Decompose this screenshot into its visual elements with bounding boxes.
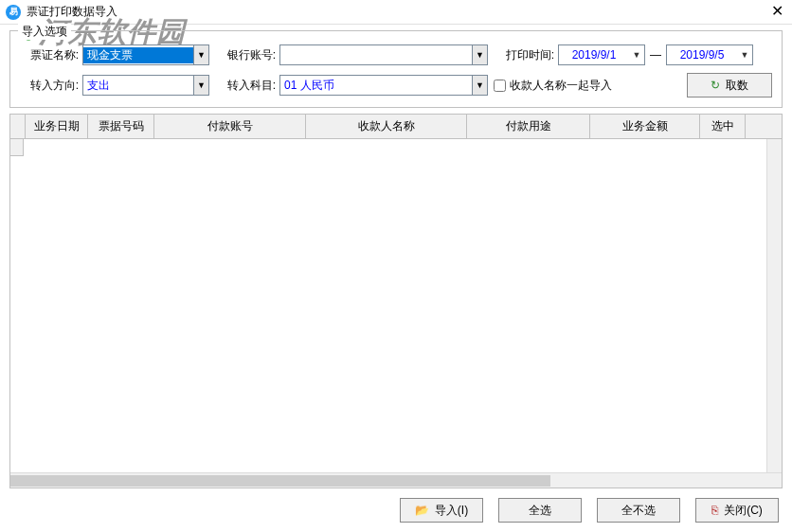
folder-open-icon: 📂 xyxy=(415,504,429,517)
vertical-scrollbar[interactable] xyxy=(766,139,782,472)
header-scroll-gap xyxy=(746,115,782,139)
close-icon[interactable]: ✕ xyxy=(767,2,786,20)
import-options-group: 导入选项 票证名称: 现金支票 ▼ 银行账号: ▼ 打印时间: 2019/9/1… xyxy=(9,30,783,108)
close-button-label: 关闭(C) xyxy=(724,503,763,519)
app-icon: 易 xyxy=(6,5,21,20)
col-header-payee[interactable]: 收款人名称 xyxy=(306,115,467,139)
select-all-label: 全选 xyxy=(529,503,551,519)
window-title: 票证打印数据导入 xyxy=(27,4,117,20)
date-to-value: 2019/9/5 xyxy=(667,48,737,62)
data-table: 业务日期 票据号码 付款账号 收款人名称 付款用途 业务金额 选中 xyxy=(9,114,783,488)
col-header-amount[interactable]: 业务金额 xyxy=(590,115,700,139)
scroll-thumb[interactable] xyxy=(10,475,550,487)
col-header-selected[interactable]: 选中 xyxy=(700,115,746,139)
horizontal-scrollbar[interactable] xyxy=(10,472,782,488)
import-payee-check-label: 收款人名称一起导入 xyxy=(510,78,612,94)
table-header: 业务日期 票据号码 付款账号 收款人名称 付款用途 业务金额 选中 xyxy=(10,115,782,139)
subject-value: 01 人民币 xyxy=(280,78,472,94)
direction-label: 转入方向: xyxy=(20,78,79,94)
import-button-label: 导入(I) xyxy=(435,503,468,519)
col-header-date[interactable]: 业务日期 xyxy=(26,115,88,139)
select-none-button[interactable]: 全不选 xyxy=(597,498,680,523)
bank-acct-label: 银行账号: xyxy=(217,47,276,63)
col-header-bill-no[interactable]: 票据号码 xyxy=(88,115,154,139)
cert-name-combo[interactable]: 现金支票 ▼ xyxy=(82,44,209,65)
titlebar: 易 票证打印数据导入 ✕ xyxy=(0,0,792,25)
bank-acct-combo[interactable]: ▼ xyxy=(279,44,488,65)
date-to-input[interactable]: 2019/9/5 ▼ xyxy=(666,44,753,65)
cert-name-value: 现金支票 xyxy=(83,47,193,63)
subject-label: 转入科目: xyxy=(217,78,276,94)
date-from-value: 2019/9/1 xyxy=(559,48,629,62)
footer-buttons: 📂 导入(I) 全选 全不选 ⎘ 关闭(C) xyxy=(9,490,783,523)
col-header-purpose[interactable]: 付款用途 xyxy=(467,115,590,139)
date-from-input[interactable]: 2019/9/1 ▼ xyxy=(558,44,645,65)
import-payee-checkbox[interactable]: 收款人名称一起导入 xyxy=(494,78,612,94)
fetch-button[interactable]: ↻ 取数 xyxy=(687,73,772,98)
subject-combo[interactable]: 01 人民币 ▼ xyxy=(279,75,488,96)
date-separator: — xyxy=(650,48,661,62)
fetch-button-label: 取数 xyxy=(726,78,748,94)
chevron-down-icon[interactable]: ▼ xyxy=(472,45,487,64)
chevron-down-icon[interactable]: ▼ xyxy=(472,76,487,95)
cert-name-label: 票证名称: xyxy=(20,47,79,63)
select-all-button[interactable]: 全选 xyxy=(498,498,582,523)
direction-combo[interactable]: 支出 ▼ xyxy=(82,75,209,96)
chevron-down-icon[interactable]: ▼ xyxy=(193,76,208,95)
chevron-down-icon[interactable]: ▼ xyxy=(629,50,644,60)
direction-value: 支出 xyxy=(83,78,193,94)
row-selector-header xyxy=(10,115,26,139)
select-none-label: 全不选 xyxy=(621,503,656,519)
col-header-pay-acct[interactable]: 付款账号 xyxy=(154,115,306,139)
import-payee-check-input[interactable] xyxy=(494,80,506,92)
print-time-label: 打印时间: xyxy=(495,47,554,63)
chevron-down-icon[interactable]: ▼ xyxy=(193,45,208,64)
row-stub xyxy=(10,139,24,156)
chevron-down-icon[interactable]: ▼ xyxy=(737,50,752,60)
exit-icon: ⎘ xyxy=(711,504,718,517)
refresh-icon: ↻ xyxy=(711,79,720,92)
table-body xyxy=(10,139,782,472)
close-button[interactable]: ⎘ 关闭(C) xyxy=(695,498,779,523)
import-button[interactable]: 📂 导入(I) xyxy=(400,498,483,523)
options-legend: 导入选项 xyxy=(18,24,71,40)
